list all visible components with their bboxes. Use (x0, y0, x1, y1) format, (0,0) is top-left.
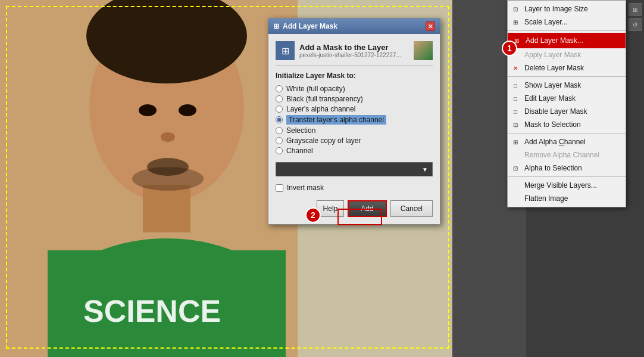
svg-point-8 (139, 104, 157, 116)
strip-icon-1[interactable]: ⊞ (629, 3, 642, 16)
dialog-close-button[interactable]: ✕ (426, 21, 435, 31)
svg-point-12 (132, 167, 204, 191)
menu-item-apply-layer-mask: Apply Layer Mask (508, 48, 626, 61)
radio-white-label: White (full opacity) (286, 85, 345, 93)
invert-mask-checkbox[interactable] (276, 184, 283, 192)
mask-sel-icon: ⊡ (511, 120, 520, 129)
remove-alpha-icon (511, 151, 520, 159)
radio-selection-label: Selection (286, 126, 315, 135)
dialog-titlebar-left: ⊞ Add Layer Mask (273, 22, 337, 30)
invert-mask-label: Invert mask (287, 184, 324, 192)
svg-rect-3 (143, 185, 190, 232)
dialog-title-icon: ⊞ (273, 22, 279, 30)
radio-channel[interactable]: Channel (276, 147, 433, 155)
radio-channel-label: Channel (286, 147, 313, 155)
dialog-header-icon: ⊞ (276, 41, 295, 60)
menu-item-mask-to-selection[interactable]: ⊡ Mask to Selection (508, 118, 626, 131)
radio-selection[interactable]: Selection (276, 126, 433, 135)
separator-4 (508, 176, 626, 177)
menu-item-layer-image-size[interactable]: ⊡ Layer to Image Size (508, 2, 626, 15)
dialog-buttons: Help Add Cancel (276, 200, 433, 217)
menu-item-add-layer-mask[interactable]: ⊞ Add Layer Mask... (508, 33, 626, 48)
resize-icon: ⊡ (511, 5, 520, 13)
menu-item-flatten-image[interactable]: Flatten Image (508, 192, 626, 205)
invert-mask-row[interactable]: Invert mask (276, 184, 433, 192)
add-alpha-icon: ⊞ (511, 138, 520, 146)
menu-item-show-layer-mask[interactable]: □ Show Layer Mask (508, 79, 626, 92)
flatten-icon (511, 194, 520, 203)
alpha-sel-icon: ⊡ (511, 164, 520, 172)
separator-3 (508, 133, 626, 134)
dialog-header-text: Add a Mask to the Layer pexels-justin-sh… (299, 43, 409, 58)
dialog-header: ⊞ Add a Mask to the Layer pexels-justin-… (276, 41, 433, 66)
strip-icon-2[interactable]: ↺ (629, 18, 642, 31)
edit-mask-icon: □ (511, 94, 520, 103)
menu-item-scale-layer[interactable]: ⊞ Scale Layer... (508, 15, 626, 29)
radio-transfer-label: Transfer layer's alpha channel (286, 115, 386, 125)
channel-dropdown[interactable] (276, 162, 433, 176)
radio-black[interactable]: Black (full transparency) (276, 95, 433, 103)
dialog-titlebar: ⊞ Add Layer Mask ✕ (268, 18, 440, 34)
svg-text:SCIENCE: SCIENCE (83, 294, 221, 328)
svg-point-9 (179, 104, 196, 116)
cancel-button[interactable]: Cancel (390, 200, 433, 217)
context-menu: ⊡ Layer to Image Size ⊞ Scale Layer... ⊞… (507, 0, 626, 207)
radio-black-label: Black (full transparency) (286, 95, 363, 103)
channel-dropdown-wrapper: ▼ (276, 162, 433, 176)
menu-item-alpha-to-selection[interactable]: ⊡ Alpha to Selection (508, 162, 626, 175)
disable-mask-icon: □ (511, 107, 520, 116)
channel-dropdown-row: ▼ (276, 162, 433, 176)
dialog-layer-thumbnail (414, 41, 433, 60)
radio-grayscale-label: Grayscale copy of layer (286, 136, 361, 145)
radio-alpha-label: Layer's alpha channel (286, 105, 355, 113)
initialize-section-label: Initialize Layer Mask to: (276, 72, 433, 80)
dialog-body: ⊞ Add a Mask to the Layer pexels-justin-… (268, 34, 440, 224)
separator-2 (508, 76, 626, 77)
radio-transfer[interactable]: Transfer layer's alpha channel (276, 115, 433, 125)
menu-item-edit-layer-mask[interactable]: □ Edit Layer Mask (508, 92, 626, 105)
radio-alpha[interactable]: Layer's alpha channel (276, 105, 433, 113)
scale-icon: ⊞ (511, 18, 520, 26)
radio-white[interactable]: White (full opacity) (276, 85, 433, 93)
menu-item-disable-layer-mask[interactable]: □ Disable Layer Mask (508, 105, 626, 118)
add-layer-mask-dialog: ⊞ Add Layer Mask ✕ ⊞ Add a Mask to the L… (268, 18, 440, 225)
badge-number-2: 2 (305, 207, 321, 223)
menu-item-add-alpha-channel[interactable]: ⊞ Add Alpha Channel (508, 135, 626, 148)
dialog-title: Add Layer Mask (283, 22, 337, 30)
separator-1 (508, 30, 626, 31)
dialog-layer-name: pexels-justin-shaifer-501272-122227... (299, 52, 409, 58)
right-toolbar: ⊞ ↺ (626, 0, 644, 357)
merge-icon (511, 181, 520, 190)
menu-item-delete-layer-mask[interactable]: ✕ Delete Layer Mask (508, 61, 626, 74)
add-button[interactable]: Add (348, 200, 386, 217)
dialog-add-mask-title: Add a Mask to the Layer (299, 43, 409, 52)
radio-grayscale[interactable]: Grayscale copy of layer (276, 136, 433, 145)
svg-point-10 (161, 132, 175, 142)
delete-mask-icon: ✕ (511, 64, 520, 72)
menu-item-remove-alpha-channel: Remove Alpha Channel (508, 148, 626, 162)
radio-group-init: White (full opacity) Black (full transpa… (276, 85, 433, 155)
show-mask-icon: □ (511, 81, 520, 89)
badge-number-1: 1 (502, 41, 517, 56)
menu-item-merge-visible[interactable]: Merge Visible Layers... (508, 179, 626, 192)
